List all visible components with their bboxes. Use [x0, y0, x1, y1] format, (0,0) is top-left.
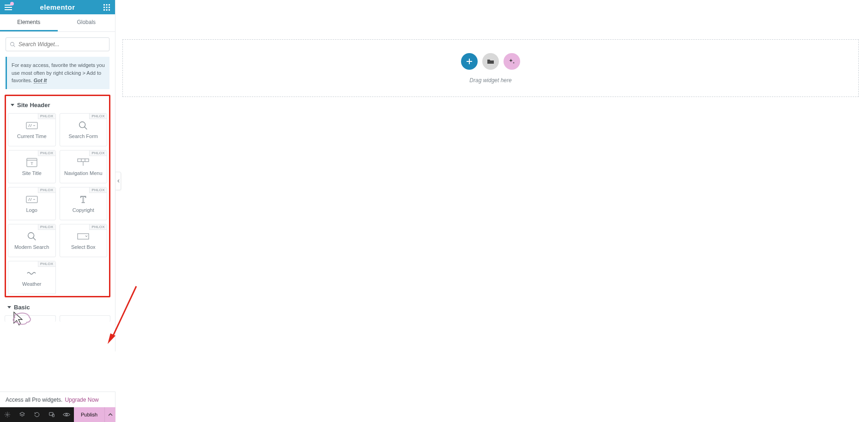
site-header-widgets: PHLOX Current Time PHLOX Search Form PHL…: [8, 113, 107, 294]
widget-tag: PHLOX: [38, 114, 55, 119]
widget-logo[interactable]: PHLOX Logo: [8, 187, 56, 220]
navigation-menu-icon: [77, 157, 90, 168]
widget-search-form[interactable]: PHLOX Search Form: [60, 113, 108, 146]
svg-point-29: [66, 414, 67, 416]
publish-label: Publish: [81, 412, 97, 417]
widget-card-partial[interactable]: [60, 315, 111, 322]
widgets-scroll-area[interactable]: Site Header PHLOX Current Time PHLOX Sea…: [0, 95, 115, 352]
navigator-button[interactable]: [15, 407, 30, 422]
canvas-hint: Drag widget here: [469, 77, 511, 84]
canvas-dropzone[interactable]: Drag widget here: [122, 39, 859, 97]
category-basic[interactable]: Basic: [7, 304, 110, 311]
svg-line-13: [85, 127, 87, 129]
plus-icon: [466, 58, 473, 65]
svg-rect-17: [78, 159, 89, 162]
svg-text:T: T: [30, 161, 33, 166]
widget-copyright[interactable]: PHLOX T Copyright: [60, 187, 108, 220]
hamburger-icon: [5, 5, 12, 10]
weather-icon: [25, 268, 38, 278]
menu-button[interactable]: [4, 3, 13, 12]
add-section-button[interactable]: [461, 53, 478, 70]
svg-rect-6: [103, 9, 105, 11]
grid-icon: [103, 4, 110, 11]
modern-search-icon: [25, 231, 38, 241]
responsive-button[interactable]: [44, 407, 59, 422]
widget-navigation-menu[interactable]: PHLOX Navigation Menu: [60, 150, 108, 183]
widget-current-time[interactable]: PHLOX Current Time: [8, 113, 56, 146]
panel-tabs: Elements Globals: [0, 14, 115, 32]
settings-button[interactable]: [0, 407, 15, 422]
sidebar-panel: elementor Elements Globals For easy acce…: [0, 0, 115, 351]
site-title-icon: T: [25, 157, 38, 168]
select-box-icon: [77, 231, 90, 241]
svg-rect-3: [103, 6, 105, 8]
svg-rect-7: [106, 9, 107, 11]
svg-point-23: [28, 232, 34, 238]
chevron-up-icon: [108, 413, 113, 416]
svg-rect-4: [106, 6, 107, 8]
category-site-header[interactable]: Site Header: [11, 102, 107, 109]
preview-button[interactable]: [59, 407, 74, 422]
svg-rect-2: [109, 4, 110, 6]
caret-down-icon: [7, 306, 11, 308]
svg-rect-11: [26, 122, 37, 129]
history-button[interactable]: [30, 407, 44, 422]
widget-label: Logo: [26, 207, 37, 213]
sparkle-icon: [508, 58, 516, 65]
svg-line-24: [33, 237, 36, 240]
pro-text: Access all Pro widgets.: [6, 397, 62, 403]
favorites-tip: For easy access, favorite the widgets yo…: [6, 57, 109, 89]
widget-tag: PHLOX: [89, 151, 107, 156]
template-library-button[interactable]: [482, 53, 499, 70]
ai-button[interactable]: [504, 53, 520, 70]
svg-rect-25: [78, 234, 89, 239]
responsive-icon: [49, 411, 55, 418]
publish-button[interactable]: Publish: [74, 407, 104, 422]
widget-tag: PHLOX: [89, 187, 107, 193]
tab-elements[interactable]: Elements: [0, 14, 58, 31]
search-icon: [10, 42, 16, 48]
svg-text:T: T: [80, 194, 86, 205]
eye-icon: [63, 412, 70, 417]
widget-label: Navigation Menu: [64, 170, 103, 176]
widget-label: Current Time: [17, 133, 47, 139]
widget-weather[interactable]: PHLOX Weather: [8, 261, 56, 294]
tab-globals[interactable]: Globals: [58, 14, 115, 31]
tip-gotit[interactable]: Got It: [34, 78, 47, 84]
sidebar-header: elementor: [0, 0, 115, 14]
category-label: Site Header: [17, 102, 50, 109]
widget-tag: PHLOX: [38, 261, 55, 267]
svg-point-26: [6, 414, 8, 416]
layers-icon: [19, 411, 25, 418]
widget-label: Weather: [22, 281, 41, 287]
widget-label: Modern Search: [14, 244, 49, 250]
svg-rect-8: [109, 9, 110, 11]
widget-modern-search[interactable]: PHLOX Modern Search: [8, 224, 56, 257]
widget-tag: PHLOX: [38, 151, 55, 156]
widget-site-title[interactable]: PHLOX T Site Title: [8, 150, 56, 183]
tip-text: For easy access, favorite the widgets yo…: [12, 62, 105, 83]
widget-card-partial[interactable]: [5, 315, 56, 322]
current-time-icon: [25, 121, 38, 131]
svg-point-12: [79, 121, 85, 127]
svg-rect-5: [109, 6, 110, 8]
search-box[interactable]: [6, 37, 109, 51]
logo-icon: [25, 194, 38, 205]
panel-collapse-handle[interactable]: [115, 172, 121, 190]
gear-icon: [4, 411, 11, 418]
category-label: Basic: [14, 304, 30, 311]
pro-banner: Access all Pro widgets. Upgrade Now: [0, 392, 115, 407]
search-input[interactable]: [18, 41, 105, 48]
search-area: [0, 32, 115, 57]
basic-widgets: [5, 315, 110, 322]
svg-rect-0: [103, 4, 105, 6]
publish-options-button[interactable]: [104, 407, 115, 422]
upgrade-link[interactable]: Upgrade Now: [65, 397, 98, 403]
caret-down-icon: [11, 104, 14, 106]
search-form-icon: [77, 121, 90, 131]
copyright-icon: T: [77, 194, 90, 205]
widgets-grid-button[interactable]: [102, 3, 111, 12]
svg-rect-21: [26, 196, 37, 203]
widget-select-box[interactable]: PHLOX Select Box: [60, 224, 108, 257]
bottom-toolbar: Publish: [0, 407, 115, 422]
